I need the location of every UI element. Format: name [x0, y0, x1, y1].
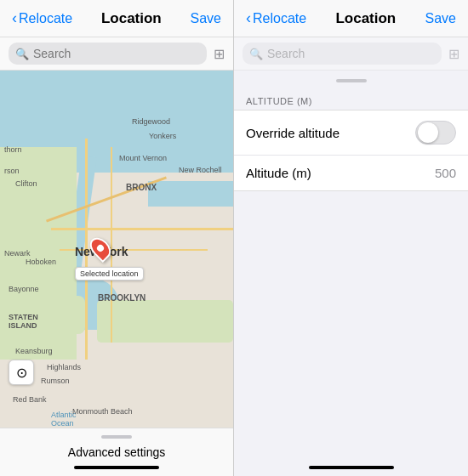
road-v1: [85, 139, 88, 360]
right-home-indicator-wrap: [234, 466, 468, 476]
left-search-bar: 🔍 ⊞: [0, 37, 233, 71]
left-chevron-icon: ‹: [12, 9, 17, 27]
override-altitude-label: Override altitude: [246, 126, 340, 140]
locate-icon: ⊙: [16, 365, 27, 381]
right-chevron-icon: ‹: [246, 9, 251, 27]
locate-me-button[interactable]: ⊙: [9, 360, 34, 385]
altitude-value: 500: [435, 166, 456, 180]
left-search-input[interactable]: [33, 47, 200, 60]
label-highlands: Highlands: [47, 363, 81, 371]
altitude-label: Altitude (m): [246, 166, 311, 180]
right-drag-handle[interactable]: [336, 79, 367, 82]
right-save-button[interactable]: Save: [425, 11, 456, 26]
road-h1: [51, 228, 233, 230]
override-altitude-row: Override altitude: [234, 110, 468, 156]
label-red-bank: Red Bank: [13, 395, 47, 404]
li-sound: [148, 181, 233, 207]
left-search-icon: 🔍: [15, 48, 29, 60]
map-canvas: Ridgewood Yonkers thorn Mount Vernon New…: [0, 71, 233, 428]
right-map-icon: ⊞: [448, 46, 459, 62]
label-monmouth: Monmouth Beach: [72, 407, 133, 416]
label-atlantic: AtlanticOcean: [51, 411, 77, 428]
staten-island-land: [26, 296, 85, 334]
left-drag-handle[interactable]: [101, 435, 132, 439]
left-nav-bar: ‹ Relocate Location Save: [0, 0, 233, 37]
right-back-button[interactable]: ‹ Relocate: [246, 9, 306, 27]
road-v2: [111, 147, 112, 343]
right-drag-handle-container: [234, 71, 468, 91]
altitude-settings-group: Override altitude Altitude (m) 500: [234, 110, 468, 191]
right-panel: ‹ Relocate Location Save 🔍 ⊞ ALTITUDE (M…: [234, 0, 468, 476]
right-search-icon: 🔍: [249, 48, 263, 60]
map-toggle-icon[interactable]: ⊞: [214, 46, 225, 62]
long-island-land: [97, 300, 233, 343]
advanced-settings-button[interactable]: Advanced settings: [68, 445, 165, 459]
label-rumson: Rumson: [41, 377, 70, 385]
right-home-indicator: [309, 466, 394, 469]
right-nav-title: Location: [335, 10, 396, 27]
right-bottom-space: [234, 191, 468, 466]
left-back-button[interactable]: ‹ Relocate: [12, 9, 72, 27]
road-h2: [60, 249, 208, 251]
location-pin[interactable]: Selected location: [92, 236, 109, 260]
left-home-indicator: [74, 466, 159, 469]
right-search-bar: 🔍 ⊞: [234, 37, 468, 71]
right-search-input: [267, 47, 435, 60]
altitude-value-row: Altitude (m) 500: [234, 156, 468, 190]
toggle-knob: [418, 122, 438, 143]
left-search-wrap: 🔍: [9, 42, 207, 65]
left-panel: ‹ Relocate Location Save 🔍 ⊞: [0, 0, 234, 476]
override-altitude-toggle[interactable]: [415, 121, 456, 144]
right-back-label: Relocate: [253, 11, 306, 26]
right-nav-bar: ‹ Relocate Location Save: [234, 0, 468, 37]
left-bottom-bar: Advanced settings: [0, 428, 233, 476]
left-nav-title: Location: [101, 10, 162, 27]
left-save-button[interactable]: Save: [191, 11, 221, 26]
altitude-section-header: ALTITUDE (M): [234, 91, 468, 110]
left-back-label: Relocate: [19, 11, 72, 26]
right-search-wrap: 🔍: [243, 42, 442, 65]
map-container[interactable]: Ridgewood Yonkers thorn Mount Vernon New…: [0, 71, 233, 428]
pin-label: Selected location: [75, 267, 144, 280]
